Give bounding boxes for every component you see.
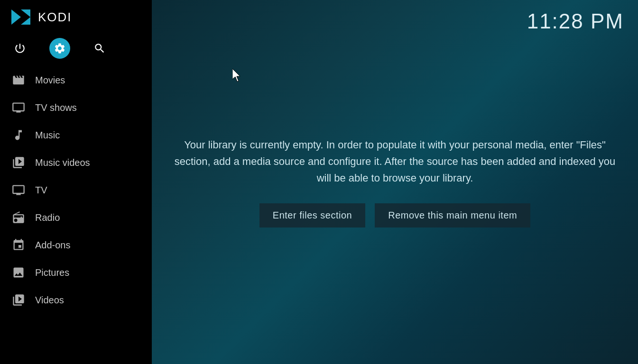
gear-icon xyxy=(54,42,66,55)
tv-icon xyxy=(11,183,26,197)
svg-marker-0 xyxy=(11,9,21,25)
radio-label: Radio xyxy=(35,212,60,223)
videos-label: Videos xyxy=(35,295,64,306)
sidebar-item-music-videos[interactable]: Music videos xyxy=(0,149,152,176)
pictures-label: Pictures xyxy=(35,267,69,278)
search-button[interactable] xyxy=(89,38,110,59)
radio-icon xyxy=(11,210,26,225)
sidebar-item-add-ons[interactable]: Add-ons xyxy=(0,231,152,259)
library-message-container: Your library is currently empty. In orde… xyxy=(152,0,638,364)
music-icon xyxy=(11,128,26,142)
main-content: 11:28 PM Your library is currently empty… xyxy=(152,0,638,364)
movies-icon xyxy=(11,73,26,87)
power-button[interactable] xyxy=(9,38,30,59)
power-icon xyxy=(14,42,26,55)
sidebar-item-videos[interactable]: Videos xyxy=(0,286,152,314)
music-videos-icon xyxy=(11,155,26,170)
sidebar-item-music[interactable]: Music xyxy=(0,121,152,149)
settings-button[interactable] xyxy=(49,38,70,59)
videos-icon xyxy=(11,293,26,307)
nav-menu: Movies TV shows Music xyxy=(0,66,152,364)
sidebar-item-tv[interactable]: TV xyxy=(0,176,152,204)
kodi-logo xyxy=(9,6,32,28)
add-ons-label: Add-ons xyxy=(35,240,71,251)
add-ons-icon xyxy=(11,238,26,252)
tv-label: TV xyxy=(35,185,47,196)
tv-shows-label: TV shows xyxy=(35,102,77,113)
library-empty-message: Your library is currently empty. In orde… xyxy=(171,136,619,187)
kodi-wordmark: KODI xyxy=(38,10,72,25)
time-display: 11:28 PM xyxy=(527,9,624,33)
search-icon xyxy=(93,42,106,55)
remove-menu-item-button[interactable]: Remove this main menu item xyxy=(375,203,530,228)
sidebar-item-tv-shows[interactable]: TV shows xyxy=(0,94,152,121)
sidebar: KODI M xyxy=(0,0,152,364)
tv-shows-icon xyxy=(11,100,26,115)
pictures-icon xyxy=(11,265,26,280)
sidebar-icons-row xyxy=(0,34,152,66)
enter-files-button[interactable]: Enter files section xyxy=(259,203,365,228)
sidebar-item-pictures[interactable]: Pictures xyxy=(0,259,152,286)
sidebar-item-radio[interactable]: Radio xyxy=(0,204,152,231)
svg-marker-1 xyxy=(21,9,30,25)
sidebar-item-movies[interactable]: Movies xyxy=(0,66,152,94)
music-label: Music xyxy=(35,130,60,141)
action-buttons: Enter files section Remove this main men… xyxy=(259,203,530,228)
movies-label: Movies xyxy=(35,75,65,86)
sidebar-header: KODI xyxy=(0,0,152,34)
music-videos-label: Music videos xyxy=(35,157,90,168)
